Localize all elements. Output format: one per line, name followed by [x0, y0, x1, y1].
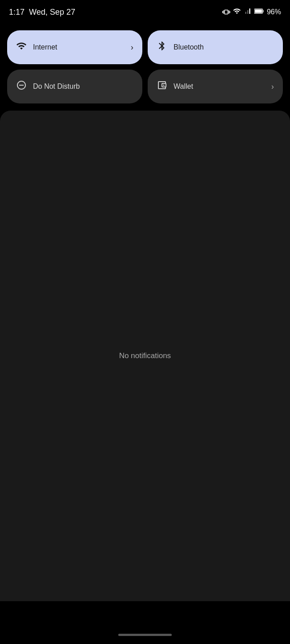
wallet-label: Wallet [174, 83, 265, 91]
vibrate-icon [222, 8, 230, 16]
bluetooth-icon [157, 41, 167, 54]
wifi-icon [16, 41, 27, 54]
quick-settings-panel: Internet › Bluetooth Do Not Disturb Wall… [0, 23, 290, 103]
wallet-arrow-icon: › [271, 82, 274, 91]
battery-percentage: 96% [267, 8, 281, 16]
bluetooth-tile[interactable]: Bluetooth [148, 30, 283, 64]
svg-rect-2 [255, 9, 262, 13]
signal-icon [244, 7, 252, 17]
internet-tile[interactable]: Internet › [7, 30, 142, 64]
no-notifications-label: No notifications [119, 351, 171, 360]
home-indicator[interactable] [118, 634, 172, 636]
svg-rect-1 [263, 10, 264, 12]
battery-icon [254, 7, 264, 17]
dnd-tile[interactable]: Do Not Disturb [7, 70, 142, 103]
status-bar-right: 96% [222, 7, 281, 17]
status-bar: 1:17 Wed, Sep 27 [0, 0, 290, 23]
bluetooth-label: Bluetooth [174, 43, 274, 51]
status-date: Wed, Sep 27 [29, 8, 75, 17]
internet-label: Internet [33, 43, 124, 51]
wallet-icon [157, 80, 167, 93]
status-time: 1:17 [9, 8, 25, 17]
svg-point-3 [163, 85, 165, 86]
wifi-status-icon [233, 7, 241, 17]
internet-arrow-icon: › [131, 43, 133, 52]
dnd-icon [16, 80, 27, 93]
dnd-label: Do Not Disturb [33, 83, 133, 91]
notification-area: No notifications [0, 111, 290, 601]
status-bar-left: 1:17 Wed, Sep 27 [9, 8, 75, 17]
wallet-tile[interactable]: Wallet › [148, 70, 283, 103]
